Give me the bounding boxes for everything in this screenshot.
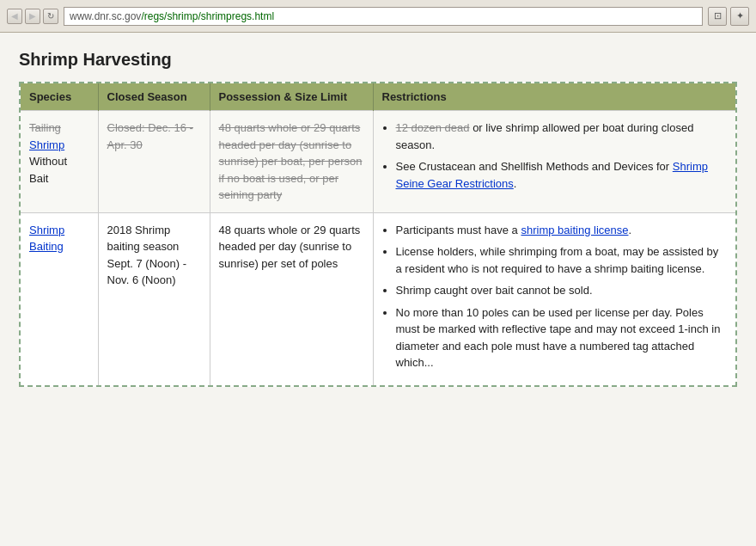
- list-item: No more than 10 poles can be used per li…: [396, 304, 728, 371]
- list-item: License holders, while shrimping from a …: [396, 243, 728, 277]
- cell-species-2: Shrimp Baiting: [21, 212, 98, 385]
- restriction-text-2a: Participants must have a: [396, 224, 521, 236]
- list-item: 12 dozen dead or live shrimp allowed per…: [396, 120, 728, 153]
- cell-closed-2: 2018 Shrimp baiting season Sept. 7 (Noon…: [98, 212, 210, 385]
- list-item: See Crustacean and Shellfish Methods and…: [396, 158, 728, 192]
- cell-possession-1: 48 quarts whole or 29 quarts headed per …: [210, 111, 373, 213]
- cell-restrictions-1: 12 dozen dead or live shrimp allowed per…: [373, 111, 735, 213]
- forward-icon: ▶: [29, 11, 36, 21]
- regulations-table: Species Closed Season Possession & Size …: [21, 83, 735, 385]
- refresh-icon: ↻: [47, 11, 54, 21]
- refresh-button[interactable]: ↻: [43, 9, 58, 24]
- star-icon: ✦: [736, 10, 744, 21]
- possession-text-2: 48 quarts whole or 29 quarts headed per …: [219, 224, 361, 270]
- cell-possession-2: 48 quarts whole or 29 quarts headed per …: [210, 212, 373, 385]
- closed-text-2: 2018 Shrimp baiting season Sept. 7 (Noon…: [107, 224, 187, 287]
- address-bar[interactable]: www.dnr.sc.gov/regs/shrimp/shrimpregs.ht…: [64, 7, 703, 26]
- url-base: www.dnr.sc.gov: [70, 10, 141, 22]
- forward-button[interactable]: ▶: [25, 9, 40, 24]
- restriction-period: .: [514, 177, 517, 190]
- restriction-text-2d: No more than 10 poles can be used per li…: [396, 306, 721, 370]
- col-header-closed: Closed Season: [98, 83, 210, 111]
- baiting-license-link[interactable]: shrimp baiting license: [521, 224, 628, 236]
- cell-restrictions-2: Participants must have a shrimp baiting …: [373, 212, 735, 385]
- cell-closed-1: Closed: Dec. 16 - Apr. 30: [98, 111, 210, 213]
- list-item: Shrimp caught over bait cannot be sold.: [396, 282, 728, 299]
- url-display: www.dnr.sc.gov/regs/shrimp/shrimpregs.ht…: [70, 10, 274, 22]
- col-header-possession: Possession & Size Limit: [210, 83, 373, 111]
- possession-text-1: 48 quarts whole or 29 quarts headed per …: [219, 121, 363, 201]
- restriction-text-2c: Shrimp caught over bait cannot be sold.: [396, 284, 593, 297]
- page-content: Shrimp Harvesting Species Closed Season …: [0, 33, 756, 546]
- restriction-text-1a: 12 dozen dead: [396, 121, 470, 134]
- table-header-row: Species Closed Season Possession & Size …: [21, 83, 735, 111]
- shrimp-baiting-link[interactable]: Shrimp Baiting: [29, 224, 64, 254]
- back-icon: ◀: [11, 11, 18, 21]
- restriction-text-1c: See Crustacean and Shellfish Methods and…: [396, 160, 673, 173]
- browser-toolbar: ◀ ▶ ↻ www.dnr.sc.gov/regs/shrimp/shrimpr…: [0, 0, 756, 33]
- regulations-table-wrapper: Species Closed Season Possession & Size …: [19, 82, 737, 387]
- cell-species-1: Tailing Shrimp WithoutBait: [21, 111, 98, 213]
- table-row: Shrimp Baiting 2018 Shrimp baiting seaso…: [21, 212, 735, 385]
- browser-icons: ⊡ ✦: [708, 7, 749, 26]
- page-title: Shrimp Harvesting: [19, 50, 737, 70]
- nav-buttons: ◀ ▶ ↻: [7, 9, 58, 24]
- shrimp-link-1[interactable]: Shrimp: [29, 138, 64, 151]
- restriction-period-2: .: [628, 224, 631, 236]
- back-button[interactable]: ◀: [7, 9, 22, 24]
- list-item: Participants must have a shrimp baiting …: [396, 222, 728, 239]
- search-icon: ⊡: [714, 10, 722, 21]
- species-text-without: WithoutBait: [29, 155, 67, 185]
- restriction-text-2b: License holders, while shrimping from a …: [396, 245, 719, 275]
- col-header-restrictions: Restrictions: [373, 83, 735, 111]
- col-header-species: Species: [21, 83, 98, 111]
- search-button[interactable]: ⊡: [708, 7, 727, 26]
- table-row: Tailing Shrimp WithoutBait Closed: Dec. …: [21, 111, 735, 213]
- species-text-tailing: Tailing: [29, 121, 61, 134]
- star-button[interactable]: ✦: [730, 7, 749, 26]
- url-path: /regs/shrimp/shrimpregs.html: [141, 10, 274, 22]
- closed-text-1: Closed: Dec. 16 - Apr. 30: [107, 121, 193, 151]
